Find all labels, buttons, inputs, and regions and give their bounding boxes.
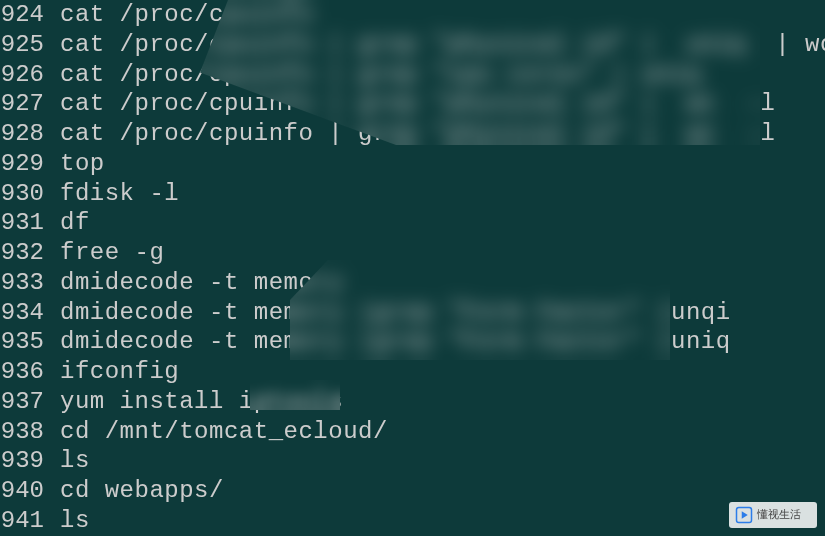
history-line: 931 df <box>0 208 825 238</box>
command-text: free -g <box>60 238 164 268</box>
history-line: 938 cd /mnt/tomcat_ecloud/ <box>0 417 825 447</box>
line-number: 928 <box>0 119 60 149</box>
command-text: ifconfig <box>60 357 179 387</box>
command-text: fdisk -l <box>60 179 179 209</box>
line-number: 924 <box>0 0 60 30</box>
command-text: ls <box>60 506 90 536</box>
line-number: 938 <box>0 417 60 447</box>
line-number: 929 <box>0 149 60 179</box>
history-line: 937 yum install iptools <box>0 387 825 417</box>
line-number: 933 <box>0 268 60 298</box>
line-number: 930 <box>0 179 60 209</box>
play-icon <box>735 506 753 524</box>
watermark-text: 懂视生活 <box>757 508 801 522</box>
line-number: 940 <box>0 476 60 506</box>
history-line: 929 top <box>0 149 825 179</box>
line-number: 927 <box>0 89 60 119</box>
line-number: 939 <box>0 446 60 476</box>
blur-overlay <box>290 260 670 360</box>
command-text: ls <box>60 446 90 476</box>
line-number: 941 <box>0 506 60 536</box>
command-text: df <box>60 208 90 238</box>
command-text: cd /mnt/tomcat_ecloud/ <box>60 417 388 447</box>
history-line: 941 ls <box>0 506 825 536</box>
line-number: 925 <box>0 30 60 60</box>
line-number: 937 <box>0 387 60 417</box>
command-text: cd webapps/ <box>60 476 224 506</box>
line-number: 934 <box>0 298 60 328</box>
history-line: 940 cd webapps/ <box>0 476 825 506</box>
history-line: 930 fdisk -l <box>0 179 825 209</box>
blur-overlay <box>250 380 340 410</box>
line-number: 932 <box>0 238 60 268</box>
line-number: 936 <box>0 357 60 387</box>
history-line: 936 ifconfig <box>0 357 825 387</box>
line-number: 931 <box>0 208 60 238</box>
watermark: 懂视生活 <box>729 502 817 528</box>
command-text: top <box>60 149 105 179</box>
line-number: 926 <box>0 60 60 90</box>
line-number: 935 <box>0 327 60 357</box>
history-line: 939 ls <box>0 446 825 476</box>
